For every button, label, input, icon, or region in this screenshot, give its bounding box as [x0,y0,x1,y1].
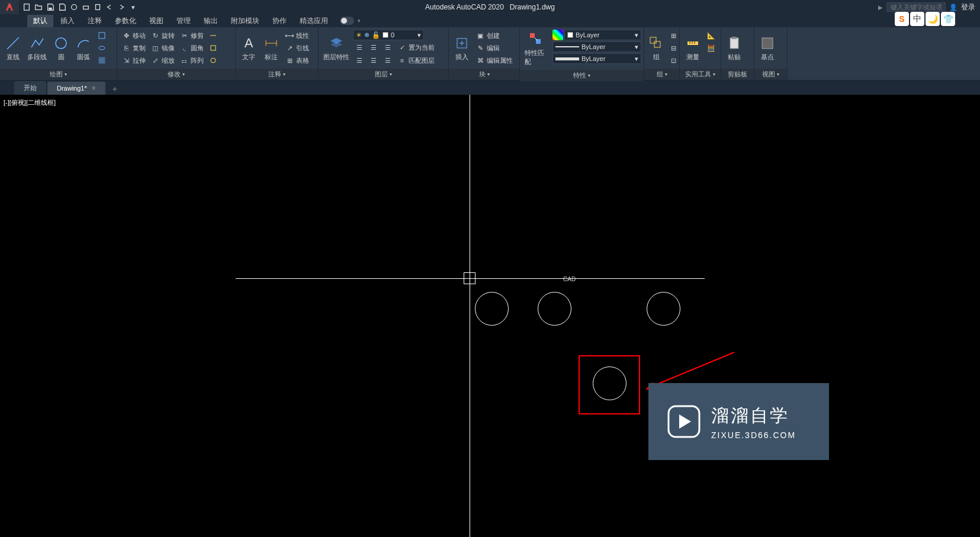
group-button[interactable]: 组 [647,30,666,66]
ime-lang-icon[interactable]: 中 [910,12,924,26]
matchlayer-button[interactable]: ≡匹配图层 [396,54,436,66]
stretch-button[interactable]: ⇲拉伸 [120,54,147,66]
qat-dropdown-icon[interactable]: ▾ [128,2,139,12]
color-dropdown[interactable]: ByLayer▾ [564,30,641,40]
layer-i6[interactable]: ☰ [381,54,394,66]
text-button[interactable]: A 文字 [238,30,259,66]
layerprops-button[interactable]: 图层特性 [321,30,352,66]
menu-output[interactable]: 输出 [198,15,224,27]
move-button[interactable]: ✥移动 [120,30,147,41]
base-icon [759,35,776,52]
base-button[interactable]: 基点 [757,30,778,66]
mod-i3[interactable] [207,54,220,66]
layer-i5[interactable]: ☰ [367,54,380,66]
open-icon[interactable] [33,2,44,12]
matchprop-button[interactable]: 特性匹配 [522,30,549,67]
save-icon[interactable] [45,2,56,12]
svg-rect-1 [49,8,52,10]
menu-addins[interactable]: 附加模块 [225,15,265,27]
panel-view: 基点 视图▾ [754,27,788,80]
leader-button[interactable]: ↗引线 [283,42,311,54]
tab-start[interactable]: 开始 [14,81,46,95]
menu-featured[interactable]: 精选应用 [294,15,334,27]
arc-button[interactable]: 圆弧 [73,30,94,66]
move-icon: ✥ [121,31,131,40]
linetype-dropdown[interactable]: ByLayer▾ [552,53,641,64]
circle-button[interactable]: 圆 [50,30,72,66]
draw-btn1[interactable] [95,30,108,41]
copy-button[interactable]: ⎘复制 [120,42,147,54]
mod-i2[interactable] [207,42,220,54]
mod-i1[interactable] [207,30,220,41]
watermark-url: ZIXUE.3D66.COM [711,430,796,440]
layer-i3[interactable]: ☰ [381,41,394,53]
menu-manage[interactable]: 管理 [171,15,197,27]
edit-button[interactable]: ✎编辑 [474,42,515,54]
panel-clipboard: 粘贴 剪贴板 [721,27,754,80]
rotate-button[interactable]: ↻旋转 [149,30,176,41]
mirror-button[interactable]: ◫镜像 [149,42,176,54]
polyline-button[interactable]: 多段线 [25,30,49,66]
ime-skin-icon[interactable]: 👕 [941,12,955,26]
app-logo[interactable] [0,0,19,14]
login-button[interactable]: 登录 [961,2,975,12]
draw-btn3[interactable] [95,54,108,66]
menu-parametric[interactable]: 参数化 [109,15,142,27]
drawing-area[interactable]: [-][俯视][二维线框] CAD 溜溜自学 ZIXUE.3D66.COM [0,95,980,537]
group-i3[interactable]: ⊡ [667,54,680,66]
ime-dark-icon[interactable]: 🌙 [926,12,940,26]
print-icon[interactable] [92,2,103,12]
trim-button[interactable]: ✂修剪 [178,30,205,41]
layer-i2[interactable]: ☰ [367,41,380,53]
saveas-icon[interactable] [57,2,68,12]
array-icon: ⚏ [179,56,189,65]
undo-icon[interactable] [104,2,115,12]
signin-icon[interactable]: 👤 [949,4,957,11]
draw-btn2[interactable] [95,42,108,54]
util-i1[interactable]: 📐 [705,30,718,41]
layer-i1[interactable]: ☰ [353,41,366,53]
color-wheel-icon[interactable] [552,30,563,40]
group-i1[interactable]: ⊞ [667,30,680,41]
panel-annotate: A 文字 标注 ⟷线性 ↗引线 ⊞表格 注释▾ [236,27,319,80]
lightbulb-icon: ☀ [356,31,362,39]
menu-collaborate[interactable]: 协作 [266,15,293,27]
measure-button[interactable]: 测量 [682,30,703,66]
web-icon[interactable] [69,2,79,12]
setcurrent-button[interactable]: ✓置为当前 [396,41,436,53]
insert-button[interactable]: 插入 [451,30,473,66]
line-button[interactable]: 直线 [2,30,24,66]
editattr-button[interactable]: ⌘编辑属性 [474,54,515,66]
new-icon[interactable] [21,2,32,12]
text-icon: A [240,35,257,52]
close-tab-icon[interactable]: × [92,84,96,92]
array-button[interactable]: ⚏阵列 [178,54,205,66]
paste-button[interactable]: 粘贴 [724,30,745,66]
util-i2[interactable]: 🧮 [705,42,718,54]
menu-view[interactable]: 视图 [143,15,169,27]
dim-button[interactable]: 标注 [261,30,282,66]
menu-toggle[interactable] [340,17,354,25]
redo-icon[interactable] [116,2,127,12]
tab-drawing1[interactable]: Drawing1* × [47,82,105,95]
layer-i4[interactable]: ☰ [353,54,366,66]
group-i2[interactable]: ⊟ [667,42,680,54]
linear-button[interactable]: ⟷线性 [283,30,311,41]
titlebar: ▾ Autodesk AutoCAD 2020 Drawing1.dwg ▶ 👤… [0,0,980,14]
menu-insert[interactable]: 插入 [54,15,81,27]
fillet-button[interactable]: ◟圆角 [178,42,205,54]
menu-annotate[interactable]: 注释 [82,15,108,27]
plot-icon[interactable] [81,2,91,12]
layer-dropdown[interactable]: ☀ ❄ 🔓 0 ▾ [353,30,424,40]
menu-default[interactable]: 默认 [27,15,53,27]
viewport-label[interactable]: [-][俯视][二维线框] [4,98,56,107]
insert-icon [454,35,470,52]
ime-sogou-icon[interactable]: S [895,12,909,26]
svg-rect-18 [650,37,656,43]
create-button[interactable]: ▣创建 [474,30,515,41]
table-button[interactable]: ⊞表格 [283,54,311,66]
scale-button[interactable]: ⤢缩放 [149,54,176,66]
lineweight-dropdown[interactable]: ByLayer▾ [552,41,641,52]
search-input[interactable] [886,2,946,12]
add-tab-button[interactable]: + [107,83,123,95]
